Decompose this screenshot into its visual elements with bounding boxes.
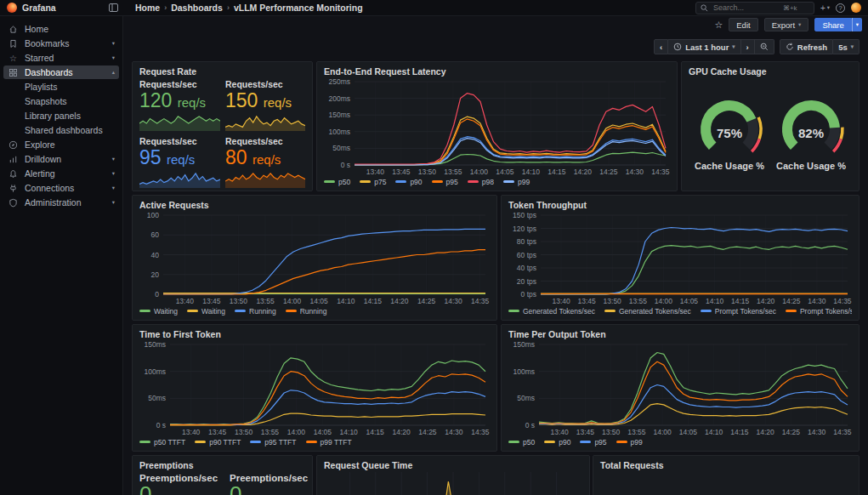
sidebar-item-alerting[interactable]: Alerting ▾	[0, 167, 122, 180]
grafana-logo-icon[interactable]	[7, 3, 17, 13]
time-range-picker[interactable]: Last 1 hour ▾	[668, 39, 740, 54]
legend-item[interactable]: p90	[544, 438, 570, 447]
legend-item[interactable]: Waiting	[139, 307, 178, 316]
sidebar-item-library-panels[interactable]: Library panels	[0, 109, 122, 122]
share-menu-button[interactable]: ▾	[852, 18, 862, 31]
svg-text:50ms: 50ms	[148, 394, 166, 402]
svg-text:20 tps: 20 tps	[517, 277, 536, 286]
sidebar-item-starred[interactable]: ☆ Starred ▾	[0, 51, 122, 65]
time-forward-button[interactable]: ›	[741, 39, 755, 54]
legend-item[interactable]: Waiting	[187, 307, 225, 316]
legend-item[interactable]: p50	[508, 438, 535, 447]
legend-item[interactable]: p99	[503, 178, 530, 186]
refresh-button[interactable]: Refresh	[780, 39, 833, 54]
legend-item[interactable]: Generated Tokens/sec	[604, 307, 691, 316]
panel-tpot[interactable]: Time Per Output Token 13:4013:4513:5013:…	[501, 324, 859, 452]
panel-title[interactable]: Time Per Output Token	[508, 329, 852, 340]
timeseries-chart[interactable]: 13:4013:4513:5013:5514:0014:0514:1014:15…	[139, 340, 490, 436]
sidebar-item-connections[interactable]: Connections ▾	[0, 181, 122, 195]
search-input[interactable]	[712, 3, 780, 13]
legend-item[interactable]: p90 TTFT	[195, 438, 241, 447]
chart-legend[interactable]: p50p90p95p99	[508, 436, 852, 447]
panel-request-queue-time[interactable]: Request Queue Time	[316, 455, 590, 495]
edit-button[interactable]: Edit	[729, 18, 757, 31]
legend-item[interactable]: Running	[235, 307, 276, 316]
legend-item[interactable]: p98	[468, 178, 494, 186]
timeseries-chart[interactable]	[600, 471, 852, 495]
sidebar-item-playlists[interactable]: Playlists	[0, 80, 122, 94]
timeseries-chart[interactable]: 13:4013:4513:5013:5514:0014:0514:1014:15…	[139, 211, 490, 305]
search-box[interactable]: ⌘+k	[695, 2, 814, 14]
favorite-star-icon[interactable]: ☆	[714, 20, 723, 31]
panel-title[interactable]: Request Queue Time	[324, 460, 582, 471]
legend-item[interactable]: p90	[395, 178, 422, 186]
legend-item[interactable]: p50	[324, 178, 350, 186]
legend-item[interactable]: p95	[432, 178, 458, 186]
timeseries-chart[interactable]: 13:4013:4513:5013:5514:0014:0514:1014:15…	[324, 77, 670, 176]
legend-item[interactable]: p99 TTFT	[306, 438, 352, 447]
chart-legend[interactable]: Generated Tokens/secGenerated Tokens/sec…	[508, 305, 852, 316]
sidebar-item-snapshots[interactable]: Snapshots	[0, 94, 122, 108]
stat-requests-yellow[interactable]: Requests/sec 150 req/s	[225, 79, 305, 131]
svg-text:120 tps: 120 tps	[513, 225, 536, 233]
panel-title[interactable]: Preemptions	[139, 460, 305, 471]
user-avatar[interactable]	[851, 3, 861, 13]
legend-item[interactable]: Prompt Tokens/sec	[786, 307, 852, 316]
zoom-out-button[interactable]	[755, 39, 774, 54]
panel-ttft[interactable]: Time to First Token 13:4013:4513:5013:55…	[132, 324, 497, 452]
legend-item[interactable]: Running	[286, 307, 327, 316]
panel-title[interactable]: Time to First Token	[139, 329, 490, 340]
sidebar-item-home[interactable]: Home	[0, 22, 122, 36]
queue-time-chart[interactable]	[324, 472, 582, 495]
sidebar-item-drilldown[interactable]: Drilldown ▾	[0, 152, 122, 166]
help-icon[interactable]: ?	[836, 3, 845, 13]
legend-item[interactable]: Generated Tokens/sec	[508, 307, 595, 316]
share-button[interactable]: Share	[814, 18, 851, 31]
panel-title[interactable]: Active Requests	[139, 200, 490, 211]
panel-title[interactable]: End-to-End Request Latency	[324, 66, 670, 77]
breadcrumb-dashboards[interactable]: Dashboards	[171, 3, 223, 13]
refresh-interval-picker[interactable]: 5s▾	[833, 39, 859, 54]
sidebar-item-administration[interactable]: Administration ▾	[0, 196, 122, 209]
panel-e2e-latency[interactable]: End-to-End Request Latency 13:4013:4513:…	[316, 61, 678, 191]
legend-item[interactable]: p95 TTFT	[250, 438, 296, 447]
sidebar-item-shared-dashboards[interactable]: Shared dashboards	[0, 123, 122, 137]
chart-legend[interactable]: WaitingWaitingRunningRunning	[139, 305, 490, 316]
gauge-cache-1[interactable]: 75% Cache Usage %	[689, 94, 769, 171]
chevron-down-icon: ▾	[732, 43, 735, 50]
sidebar-toggle-icon[interactable]	[109, 3, 118, 12]
legend-item[interactable]: p99	[616, 438, 643, 447]
legend-item[interactable]: Prompt Tokens/sec	[701, 307, 776, 316]
stat-requests-blue[interactable]: Requests/sec 95 req/s	[139, 136, 220, 188]
legend-item[interactable]: p75	[360, 178, 386, 186]
panel-preemptions[interactable]: Preemptions Preemptions/sec 0 Preemption…	[132, 455, 313, 495]
stat-requests-orange[interactable]: Requests/sec 80 req/s	[225, 136, 305, 188]
panel-title[interactable]: Token Throughput	[508, 200, 852, 211]
panel-title[interactable]: Total Requests	[600, 460, 852, 471]
panel-title[interactable]: Request Rate	[139, 66, 305, 77]
stat-preemptions-1[interactable]: Preemptions/sec 0	[139, 473, 218, 495]
legend-item[interactable]: p95	[580, 438, 606, 447]
panel-active-requests[interactable]: Active Requests 13:4013:4513:5013:5514:0…	[132, 195, 497, 321]
stat-requests-green[interactable]: Requests/sec 120 req/s	[139, 79, 220, 131]
sidebar-item-bookmarks[interactable]: Bookmarks ▾	[0, 37, 122, 50]
time-back-button[interactable]: ‹	[654, 39, 668, 54]
legend-item[interactable]: p50 TTFT	[139, 438, 185, 447]
svg-text:13:55: 13:55	[627, 428, 646, 436]
panel-total-requests[interactable]: Total Requests	[593, 455, 859, 495]
sidebar-item-dashboards[interactable]: Dashboards ▴	[3, 65, 119, 79]
timeseries-chart[interactable]: 13:4013:4513:5013:5514:0014:0514:1014:15…	[508, 340, 852, 436]
timeseries-chart[interactable]: 13:4013:4513:5013:5514:0014:0514:1014:15…	[508, 211, 852, 305]
export-button[interactable]: Export▾	[764, 18, 809, 31]
breadcrumb-home[interactable]: Home	[135, 3, 160, 13]
stat-preemptions-2[interactable]: Preemptions/sec 0	[230, 473, 308, 495]
panel-title[interactable]: GPU Cache Usage	[689, 66, 852, 77]
sidebar-item-explore[interactable]: Explore	[0, 138, 122, 151]
chart-legend[interactable]: p50 TTFTp90 TTFTp95 TTFTp99 TTFT	[139, 436, 490, 447]
panel-gpu-cache[interactable]: GPU Cache Usage 75% Cache Usage % 82% Ca…	[681, 61, 859, 191]
chart-legend[interactable]: p50p75p90p95p98p99	[324, 176, 670, 187]
panel-token-throughput[interactable]: Token Throughput 13:4013:4513:5013:5514:…	[501, 195, 859, 321]
gauge-cache-2[interactable]: 82% Cache Usage %	[771, 94, 851, 171]
panel-request-rate[interactable]: Request Rate Requests/sec 120 req/s Requ…	[132, 61, 313, 191]
add-button[interactable]: +▾	[820, 3, 830, 13]
